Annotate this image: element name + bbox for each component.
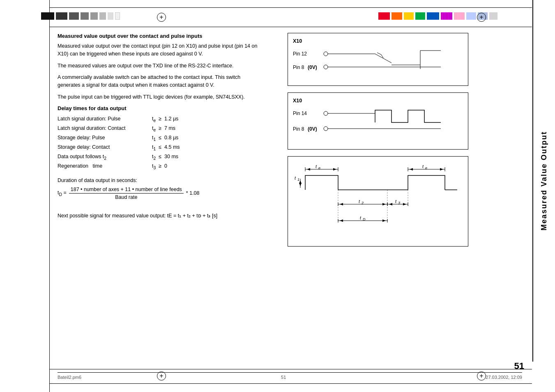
svg-text:t: t bbox=[395, 199, 397, 204]
delay-label-1: Latch signal duration: Pulse bbox=[58, 115, 152, 124]
right-sidebar: Measured Value Output bbox=[532, 0, 555, 362]
svg-text:3: 3 bbox=[398, 201, 400, 205]
circuit1-svg: Pin 12 Pin 8 (0V) bbox=[293, 46, 449, 79]
color-block-3 bbox=[69, 12, 79, 20]
top-line bbox=[50, 7, 532, 8]
fraction-denominator: Baud rate bbox=[113, 194, 139, 200]
section-title-1: Measured value output over the contact a… bbox=[58, 33, 263, 39]
delay-value-5: t2 ≤ 30 ms bbox=[152, 152, 226, 162]
top-bar-left bbox=[41, 12, 120, 20]
color-block-6 bbox=[99, 12, 106, 20]
svg-marker-26 bbox=[333, 168, 336, 171]
delay-row-1: Latch signal duration: Pulse te ≥ 1.2 µs bbox=[58, 115, 263, 124]
svg-point-14 bbox=[324, 111, 328, 115]
svg-text:Pin 12: Pin 12 bbox=[293, 51, 307, 57]
svg-line-3 bbox=[375, 54, 391, 63]
svg-line-4 bbox=[377, 53, 381, 55]
footer: Bateil2.pm6 51 27.03.2002, 12:09 bbox=[58, 372, 522, 380]
color-block-1 bbox=[41, 12, 54, 20]
svg-marker-25 bbox=[307, 168, 310, 171]
color-block-4 bbox=[81, 12, 89, 20]
svg-text:t: t bbox=[359, 199, 360, 204]
color-r1 bbox=[378, 12, 390, 20]
delay-row-4: Storage delay: Contact t1 ≤ 4.5 ms bbox=[58, 143, 263, 152]
footer-left: Bateil2.pm6 bbox=[58, 375, 81, 380]
svg-point-1 bbox=[324, 52, 328, 56]
timing-svg: t e t e t 1 bbox=[293, 163, 457, 241]
color-block-7 bbox=[108, 12, 113, 20]
svg-point-11 bbox=[324, 65, 328, 69]
delay-row-3: Storage delay: Pulse t1 ≤ 0.8 µs bbox=[58, 134, 263, 143]
svg-text:e: e bbox=[425, 166, 427, 170]
timing-diagram: t e t e t 1 bbox=[288, 156, 468, 247]
formula-rhs: * 1.08 bbox=[186, 190, 200, 196]
delay-label-4: Storage delay: Contact bbox=[58, 143, 152, 152]
color-r4 bbox=[415, 12, 425, 20]
svg-text:Pin 8: Pin 8 bbox=[293, 65, 304, 70]
formula-intro: Duration of data output in seconds: bbox=[58, 178, 263, 183]
delay-table: Latch signal duration: Pulse te ≥ 1.2 µs… bbox=[58, 115, 263, 172]
delay-value-3: t1 ≤ 0.8 µs bbox=[152, 134, 226, 143]
bottom-line bbox=[50, 369, 532, 369]
formula-section: Duration of data output in seconds: tD =… bbox=[58, 178, 263, 200]
delay-value-2: te ≥ 7 ms bbox=[152, 124, 226, 134]
color-block-8 bbox=[115, 12, 120, 20]
svg-marker-33 bbox=[440, 168, 443, 171]
svg-marker-59 bbox=[382, 219, 386, 222]
left-border bbox=[49, 0, 50, 392]
color-r6 bbox=[441, 12, 452, 20]
delay-row-2: Latch signal duration: Contact te ≥ 7 ms bbox=[58, 124, 263, 134]
delay-value-6: t3 ≥ 0 bbox=[152, 162, 226, 171]
section-title-2: Delay times for data output bbox=[58, 105, 263, 111]
circuit1-label: X10 bbox=[293, 38, 463, 44]
circuit2-svg: Pin 14 Pin 8 (0V) bbox=[293, 106, 449, 143]
svg-text:2: 2 bbox=[361, 201, 364, 205]
footer-right: 27.03.2002, 12:09 bbox=[486, 375, 522, 380]
footer-middle: 51 bbox=[281, 375, 286, 380]
svg-marker-32 bbox=[410, 168, 413, 171]
left-content: Measured value output over the contact a… bbox=[58, 33, 263, 219]
fraction: 187 • number of axes + 11 • number of li… bbox=[69, 187, 184, 200]
delay-label-3: Storage delay: Pulse bbox=[58, 134, 152, 143]
delay-row-6: Regeneration time t3 ≥ 0 bbox=[58, 162, 263, 171]
svg-text:D: D bbox=[363, 217, 366, 221]
color-r8 bbox=[466, 12, 476, 20]
delay-label-6: Regeneration time bbox=[58, 162, 152, 171]
svg-text:(0V): (0V) bbox=[308, 126, 317, 132]
footer-formula: Next possible signal for measured value … bbox=[58, 212, 263, 219]
formula-lhs: tD = bbox=[58, 190, 67, 197]
top-line2 bbox=[50, 27, 532, 27]
svg-text:t: t bbox=[422, 164, 424, 169]
sidebar-text: Measured Value Output bbox=[540, 131, 548, 231]
color-r3 bbox=[404, 12, 414, 20]
bottom-line2 bbox=[50, 383, 532, 384]
svg-marker-44 bbox=[340, 203, 343, 205]
svg-text:1: 1 bbox=[297, 178, 299, 182]
color-block-2 bbox=[56, 12, 67, 20]
reg-mark-top-left bbox=[157, 13, 166, 22]
para1: Measured value output over the contact i… bbox=[58, 42, 263, 58]
delay-row-5: Data output follows t2 t2 ≤ 30 ms bbox=[58, 152, 263, 162]
svg-text:t: t bbox=[360, 215, 362, 220]
color-r10 bbox=[489, 12, 497, 20]
svg-marker-51 bbox=[389, 203, 392, 205]
svg-text:t: t bbox=[315, 164, 317, 169]
circuit-diagram-1: X10 Pin 12 Pin 8 (0V) bbox=[288, 33, 468, 86]
page-number: 51 bbox=[514, 361, 524, 371]
formula-container: tD = 187 • number of axes + 11 • number … bbox=[58, 187, 263, 200]
svg-text:(0V): (0V) bbox=[308, 65, 317, 70]
right-content: X10 Pin 12 Pin 8 (0V) bbox=[288, 33, 468, 247]
delay-label-2: Latch signal duration: Contact bbox=[58, 124, 152, 134]
svg-marker-45 bbox=[382, 203, 386, 205]
reg-mark-top-right bbox=[477, 13, 486, 22]
para4: The pulse input can be triggered with TT… bbox=[58, 93, 263, 101]
para2: The measured values are output over the … bbox=[58, 62, 263, 70]
svg-text:Pin 8: Pin 8 bbox=[293, 126, 304, 132]
para3: A commercially available switch can be a… bbox=[58, 74, 263, 89]
svg-text:Pin 14: Pin 14 bbox=[293, 111, 307, 116]
color-r5 bbox=[427, 12, 439, 20]
svg-point-18 bbox=[324, 127, 328, 131]
fraction-numerator: 187 • number of axes + 11 • number of li… bbox=[69, 187, 184, 194]
delay-value-1: te ≥ 1.2 µs bbox=[152, 115, 226, 124]
delay-label-5: Data output follows t2 bbox=[58, 152, 152, 162]
